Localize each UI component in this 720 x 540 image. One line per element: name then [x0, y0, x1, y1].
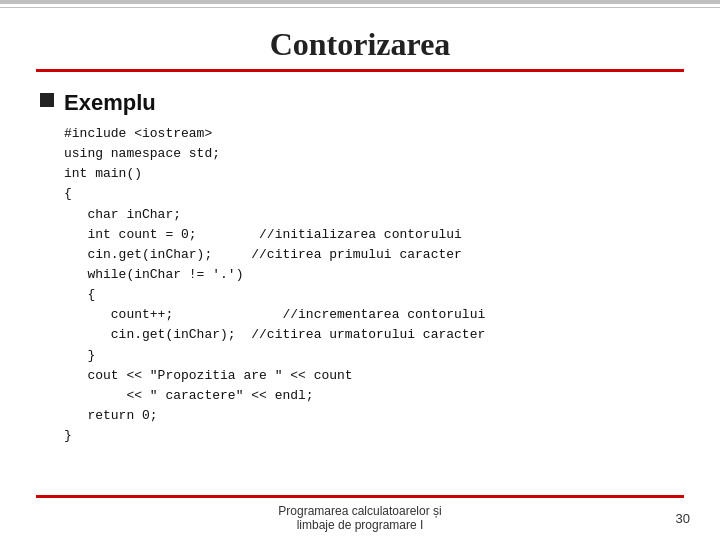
code-line-2: using namespace std;	[64, 146, 220, 161]
code-line-5: char inChar;	[64, 207, 181, 222]
footer-line-1: Programarea calculatoarelor și	[278, 504, 441, 518]
title-area: Contorizarea	[0, 8, 720, 80]
footer-text: Programarea calculatoarelor și limbaje d…	[278, 504, 441, 532]
code-line-8: while(inChar != '.')	[64, 267, 243, 282]
footer: Programarea calculatoarelor și limbaje d…	[0, 498, 720, 540]
comment-3: //incrementarea contorului	[282, 307, 485, 322]
code-line-7: cin.get(inChar); //citirea primului cara…	[64, 247, 462, 262]
code-line-10: count++; //incrementarea contorului	[64, 307, 485, 322]
code-line-12: }	[64, 348, 95, 363]
footer-line-2: limbaje de programare I	[297, 518, 424, 532]
slide: Contorizarea Exemplu #include <iostream>…	[0, 0, 720, 540]
code-line-11: cin.get(inChar); //citirea urmatorului c…	[64, 327, 485, 342]
top-line-thick	[0, 0, 720, 4]
code-line-3: int main()	[64, 166, 142, 181]
comment-2: //citirea primului caracter	[251, 247, 462, 262]
section-label: Exemplu	[64, 90, 156, 116]
code-line-16: }	[64, 428, 72, 443]
code-line-14: << " caractere" << endl;	[64, 388, 314, 403]
page-number: 30	[676, 511, 690, 526]
code-line-6: int count = 0; //initializarea contorulu…	[64, 227, 462, 242]
code-line-15: return 0;	[64, 408, 158, 423]
code-line-1: #include <iostream>	[64, 126, 212, 141]
bullet-row: Exemplu	[40, 90, 680, 116]
code-block: #include <iostream> using namespace std;…	[64, 124, 680, 446]
code-line-13: cout << "Propozitia are " << count	[64, 368, 353, 383]
bullet-square	[40, 93, 54, 107]
title-rule	[36, 69, 684, 72]
slide-title: Contorizarea	[0, 26, 720, 63]
code-line-4: {	[64, 186, 72, 201]
content-area: Exemplu #include <iostream> using namesp…	[0, 80, 720, 495]
code-line-9: {	[64, 287, 95, 302]
comment-4: //citirea urmatorului caracter	[251, 327, 485, 342]
comment-1: //initializarea contorului	[259, 227, 462, 242]
